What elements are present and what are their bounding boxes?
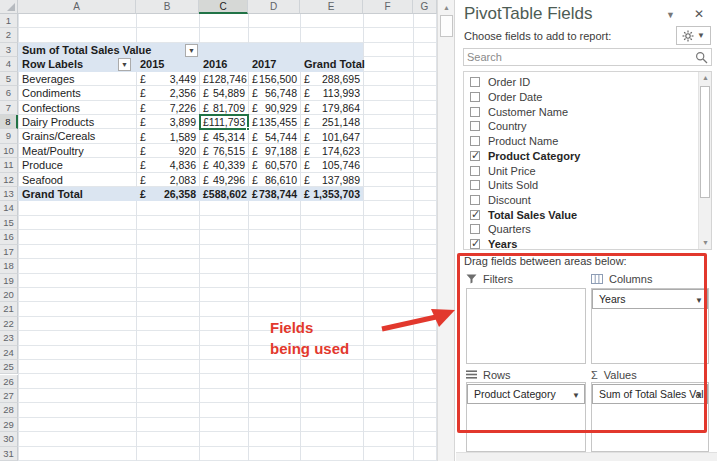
pivot-value-cell[interactable]: £86,610: [248, 173, 300, 187]
pivot-col-header-2017[interactable]: 2017: [248, 57, 300, 71]
pivot-value-cell[interactable]: £137,989: [300, 173, 363, 187]
row-header-1[interactable]: 1: [0, 14, 18, 28]
row-header-25[interactable]: 25: [0, 360, 18, 374]
pivot-value-cell[interactable]: £2,356: [136, 86, 199, 100]
pivot-value-cell[interactable]: £4,836: [136, 158, 199, 172]
pivot-value-cell[interactable]: £3,449: [136, 72, 199, 86]
pivot-value-cell[interactable]: £90,929: [248, 101, 300, 115]
field-checkbox[interactable]: [470, 121, 480, 131]
pivot-value-cell[interactable]: £738,744: [248, 187, 300, 201]
row-header-20[interactable]: 20: [0, 288, 18, 302]
pivot-value-cell[interactable]: £156,500: [248, 72, 300, 86]
field-item-unit-price[interactable]: Unit Price: [464, 163, 694, 178]
row-header-21[interactable]: 21: [0, 302, 18, 316]
scroll-up-button[interactable]: ▲: [439, 0, 454, 15]
row-header-18[interactable]: 18: [0, 259, 18, 273]
row-header-16[interactable]: 16: [0, 230, 18, 244]
field-checkbox[interactable]: [470, 136, 480, 146]
chevron-down-icon[interactable]: ▼: [695, 391, 703, 400]
row-header-14[interactable]: 14: [0, 201, 18, 215]
row-header-29[interactable]: 29: [0, 418, 18, 432]
pivot-row-label[interactable]: Grains/Cereals: [18, 129, 136, 143]
row-header-12[interactable]: 12: [0, 173, 18, 187]
pivot-value-cell[interactable]: £288,695: [300, 72, 363, 86]
row-labels-filter-dropdown[interactable]: ▼: [118, 58, 131, 71]
field-checkbox[interactable]: [470, 166, 480, 176]
field-chip-product-category[interactable]: Product Category▼: [467, 384, 585, 404]
row-header-11[interactable]: 11: [0, 158, 18, 172]
pivot-col-header-2015[interactable]: 2015: [136, 57, 199, 71]
pivot-col-header-Grand Total[interactable]: Grand Total: [300, 57, 363, 71]
pivot-col-header-2016[interactable]: 2016: [199, 57, 248, 71]
row-header-24[interactable]: 24: [0, 346, 18, 360]
row-header-2[interactable]: 2: [0, 28, 18, 42]
pivot-value-cell[interactable]: £54,744: [248, 129, 300, 143]
row-header-9[interactable]: 9: [0, 129, 18, 143]
row-header-10[interactable]: 10: [0, 144, 18, 158]
pivot-row-label[interactable]: Grand Total: [18, 187, 136, 201]
pivot-value-cell[interactable]: £920: [136, 144, 199, 158]
field-chip-years[interactable]: Years▼: [592, 289, 708, 309]
chevron-down-icon[interactable]: ▼: [572, 391, 580, 400]
pivot-value-cell[interactable]: £105,746: [300, 158, 363, 172]
field-checkbox[interactable]: [470, 224, 480, 234]
row-header-23[interactable]: 23: [0, 331, 18, 345]
field-item-customer-name[interactable]: Customer Name: [464, 104, 694, 119]
close-icon[interactable]: ✕: [694, 7, 704, 21]
pivot-value-cell[interactable]: £251,148: [300, 115, 363, 129]
pivot-row-label[interactable]: Seafood: [18, 173, 136, 187]
field-list-scrollbar[interactable]: ▲ ▼: [698, 72, 711, 249]
pivot-value-cell[interactable]: £588,602: [199, 187, 248, 201]
row-header-8[interactable]: 8: [0, 115, 18, 129]
field-checkbox[interactable]: [470, 195, 480, 205]
field-item-order-id[interactable]: Order ID: [464, 75, 694, 90]
pivot-row-label[interactable]: Condiments: [18, 86, 136, 100]
row-header-15[interactable]: 15: [0, 216, 18, 230]
field-item-product-name[interactable]: Product Name: [464, 134, 694, 149]
row-header-3[interactable]: 3: [0, 43, 18, 57]
pivot-value-cell[interactable]: £49,296: [199, 173, 248, 187]
scroll-up-button[interactable]: ▲: [700, 72, 711, 84]
pivot-value-cell[interactable]: £179,864: [300, 101, 363, 115]
field-chip-sum-of-total-sales-value[interactable]: Sum of Total Sales Value▼: [592, 384, 708, 404]
pivot-row-label[interactable]: Meat/Poultry: [18, 144, 136, 158]
pivot-value-cell[interactable]: £26,358: [136, 187, 199, 201]
pivot-value-cell[interactable]: £60,570: [248, 158, 300, 172]
row-header-26[interactable]: 26: [0, 375, 18, 389]
tools-button[interactable]: ▼: [676, 26, 711, 45]
pivot-value-cell[interactable]: £135,455: [248, 115, 300, 129]
pivot-value-cell[interactable]: £40,339: [199, 158, 248, 172]
field-item-order-date[interactable]: Order Date: [464, 90, 694, 105]
pivot-value-cell[interactable]: £111,793: [199, 115, 248, 129]
row-header-27[interactable]: 27: [0, 389, 18, 403]
pivot-row-label[interactable]: Produce: [18, 158, 136, 172]
pivot-value-cell[interactable]: £2,083: [136, 173, 199, 187]
column-header-E[interactable]: E: [300, 0, 363, 14]
row-header-7[interactable]: 7: [0, 101, 18, 115]
pivot-value-cell[interactable]: £1,353,703: [300, 187, 363, 201]
field-checkbox[interactable]: [470, 92, 480, 102]
field-item-country[interactable]: Country: [464, 119, 694, 134]
row-header-5[interactable]: 5: [0, 72, 18, 86]
field-checkbox[interactable]: [470, 77, 480, 87]
column-header-F[interactable]: F: [363, 0, 413, 14]
field-checkbox[interactable]: [470, 210, 480, 220]
pivot-value-cell[interactable]: £1,589: [136, 129, 199, 143]
row-header-13[interactable]: 13: [0, 187, 18, 201]
search-icon[interactable]: [695, 51, 708, 64]
row-header-31[interactable]: 31: [0, 447, 18, 461]
pivot-row-label[interactable]: Dairy Products: [18, 115, 136, 129]
pivot-value-cell[interactable]: £81,709: [199, 101, 248, 115]
select-all-corner[interactable]: [0, 0, 18, 14]
field-checkbox[interactable]: [470, 151, 480, 161]
filters-area[interactable]: [466, 288, 586, 364]
column-header-B[interactable]: B: [136, 0, 199, 14]
row-header-6[interactable]: 6: [0, 86, 18, 100]
field-checkbox[interactable]: [470, 180, 480, 190]
search-box[interactable]: [463, 48, 712, 66]
pivot-row-label[interactable]: Beverages: [18, 72, 136, 86]
row-header-22[interactable]: 22: [0, 317, 18, 331]
spreadsheet-grid[interactable]: Sum of Total Sales Value▼Row Labels▼2015…: [0, 0, 437, 461]
chevron-down-icon[interactable]: ▼: [695, 296, 703, 305]
pivot-value-cell[interactable]: £97,188: [248, 144, 300, 158]
